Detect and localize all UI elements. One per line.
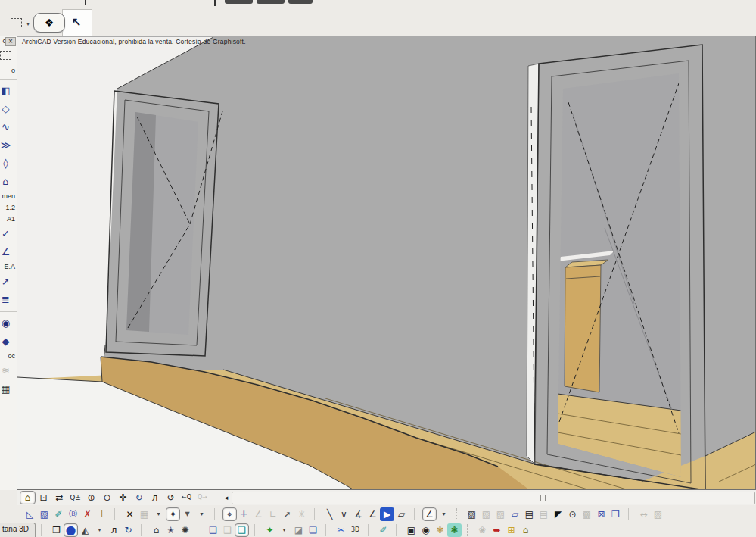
zoom-in-button[interactable]: ⊕ <box>83 491 99 504</box>
orbit-icon: ↻ <box>135 493 142 502</box>
send-model-button[interactable]: ➥ <box>490 523 504 537</box>
zoom-out-button[interactable]: ⊖ <box>99 491 115 504</box>
axonometry-box-button[interactable]: ❒ <box>49 523 64 537</box>
relative-angle-button[interactable]: ∠ <box>422 507 437 521</box>
gravity-dropdown-arrow[interactable]: ▾ <box>194 507 209 521</box>
walk-button[interactable]: л <box>147 491 163 504</box>
delete-redline-button[interactable]: ✗ <box>80 507 95 521</box>
slab-tool-icon[interactable]: ◊ <box>0 155 17 173</box>
photorender-scene-button[interactable]: ❃ <box>447 523 462 537</box>
cut-3d-button[interactable]: ✂ <box>334 523 348 537</box>
tab-ventana-3d[interactable]: tana 3D <box>0 523 36 537</box>
arc-angle-icon: ∨ <box>341 510 347 519</box>
check-tool-icon[interactable]: ✓ <box>0 225 17 243</box>
offset-line-button[interactable]: ╲ <box>322 507 337 521</box>
window-tool-icon[interactable]: ∿ <box>0 118 17 136</box>
camera-tool-icon[interactable]: ◉ <box>0 314 17 333</box>
fill-slope-icon[interactable]: ◺ <box>23 507 37 521</box>
wall-tool-icon[interactable]: ◧ <box>0 82 17 100</box>
snap-reference-button[interactable]: ➚ <box>280 507 294 521</box>
gravity-button[interactable]: ▼ <box>180 507 194 521</box>
section-fill-button[interactable]: ▤ <box>522 507 537 521</box>
selection-target-button[interactable]: ⊙ <box>565 507 580 521</box>
angle-bisector-button: ∠ <box>251 507 266 521</box>
direction-constraint-button[interactable]: ∠ <box>366 507 380 521</box>
relative-angle-dropdown[interactable]: ▾ <box>437 507 451 521</box>
dimension-tool-icon[interactable]: ∠ <box>0 243 17 261</box>
duplicate-layers-button[interactable]: ❐ <box>608 507 623 521</box>
marquee-tool-button[interactable] <box>6 14 26 32</box>
column-profile-button[interactable]: I <box>95 507 109 521</box>
fill-display-button[interactable]: ▨ <box>465 507 479 521</box>
magic-wand-button[interactable]: ◤ <box>551 507 565 521</box>
projection-settings-button[interactable]: ◭ <box>78 523 92 537</box>
marquee-tool-icon[interactable] <box>0 47 17 65</box>
play-coordinates-button[interactable]: ▶ <box>380 507 394 521</box>
projection-dropdown-arrow[interactable]: ▾ <box>92 523 107 537</box>
object-tool-icon[interactable]: ≫ <box>0 136 17 155</box>
label-button[interactable]: Ⓑ <box>66 507 80 521</box>
pan-hand-button[interactable]: ✜ <box>115 491 131 504</box>
suspend-groups-icon: ✦ <box>169 510 176 519</box>
paintbrush-button[interactable]: ✐ <box>51 507 66 521</box>
shape-tool-icon[interactable]: ◆ <box>0 333 17 351</box>
lines-tool-icon[interactable]: ≣ <box>0 291 17 309</box>
zoom-window-button[interactable]: ⊡ <box>36 491 51 504</box>
arrow-tool-button[interactable]: ↖ <box>67 12 86 32</box>
3d-viewport[interactable]: ArchiCAD Versión Educacional, prohibida … <box>17 36 756 490</box>
refresh-zoom-button[interactable]: ↺ <box>163 491 179 504</box>
slab-contour-button[interactable]: ▱ <box>508 507 522 521</box>
fit-in-window-button[interactable]: ⌂ <box>20 491 36 504</box>
hidden-button-cap <box>225 0 253 4</box>
detach-button[interactable]: ✕ <box>123 507 137 521</box>
open-document-button[interactable]: ❏ <box>306 523 320 537</box>
rotated-grid-button[interactable]: ▱ <box>394 507 409 521</box>
rendering-duck-button[interactable]: ✾ <box>433 523 447 537</box>
arrow-annotation-icon[interactable]: ➚ <box>0 273 17 291</box>
orbit-button[interactable]: ↻ <box>131 491 147 504</box>
next-zoom-button: Q→ <box>194 491 210 504</box>
horizontal-scrollbar[interactable] <box>232 492 755 504</box>
suspend-groups-button[interactable]: ✦ <box>166 507 180 521</box>
module-tool-icon[interactable]: ▦ <box>0 380 17 398</box>
slab-tool-icon: ◊ <box>3 158 8 168</box>
render-settings-button[interactable]: ◉ <box>418 523 433 537</box>
fill-pattern-icon[interactable]: ▨ <box>37 507 51 521</box>
play-coordinates-icon: ▶ <box>384 510 390 519</box>
scrollbar-grip[interactable] <box>540 495 546 501</box>
relative-angle-icon: ∠ <box>425 510 434 519</box>
brush-3d-button[interactable]: ✐ <box>376 523 390 537</box>
copy-image-button[interactable]: ❑ <box>206 523 220 537</box>
explode-view-button[interactable]: ✺ <box>178 523 192 537</box>
marquee-dropdown-arrow[interactable]: ▾ <box>24 20 32 29</box>
grid-dropdown-arrow[interactable]: ▾ <box>151 507 166 521</box>
pan-zoom-button[interactable]: ⇄ <box>51 491 67 504</box>
eraser-button[interactable]: ◪ <box>291 523 306 537</box>
send-model-icon: ➥ <box>493 526 501 535</box>
photo-render-button[interactable]: ▣ <box>404 523 418 537</box>
home-view-button[interactable]: ⌂ <box>149 523 163 537</box>
paint-eraser-button[interactable]: ❖ <box>33 13 65 33</box>
stretch-button: ↔ <box>636 507 651 521</box>
roof-tool-icon[interactable]: ⌂ <box>0 173 17 191</box>
cursor-snap-button[interactable]: ⌖ <box>222 507 237 521</box>
snap-point-button[interactable]: ✛ <box>237 507 251 521</box>
previous-zoom-button[interactable]: ←Q <box>179 491 194 504</box>
marquee-lock-button[interactable]: ⊠ <box>594 507 608 521</box>
upload-model-button[interactable]: ⌂ <box>518 523 533 537</box>
banner-close-button[interactable]: × <box>5 37 16 46</box>
perspective-button[interactable]: ⬤ <box>64 523 78 537</box>
publish-note-button[interactable]: ⊞ <box>504 523 518 537</box>
scroll-left-button[interactable]: ◂ <box>221 491 232 504</box>
orbit-mode-button[interactable]: ↻ <box>121 523 135 537</box>
look-to-button[interactable]: ✭ <box>163 523 178 537</box>
arc-angle-button[interactable]: ∨ <box>337 507 351 521</box>
show-3d-button[interactable]: 3D <box>348 523 362 537</box>
walk-mode-button[interactable]: л <box>107 523 121 537</box>
door-tool-icon[interactable]: ◇ <box>0 100 17 118</box>
add-element-button[interactable]: ✦ <box>263 523 277 537</box>
measure-angle-button[interactable]: ∡ <box>351 507 366 521</box>
add-element-dropdown[interactable]: ▾ <box>277 523 291 537</box>
zoom-in-out-button[interactable]: Q± <box>67 491 83 504</box>
capture-view-button[interactable]: ❑ <box>235 523 249 537</box>
